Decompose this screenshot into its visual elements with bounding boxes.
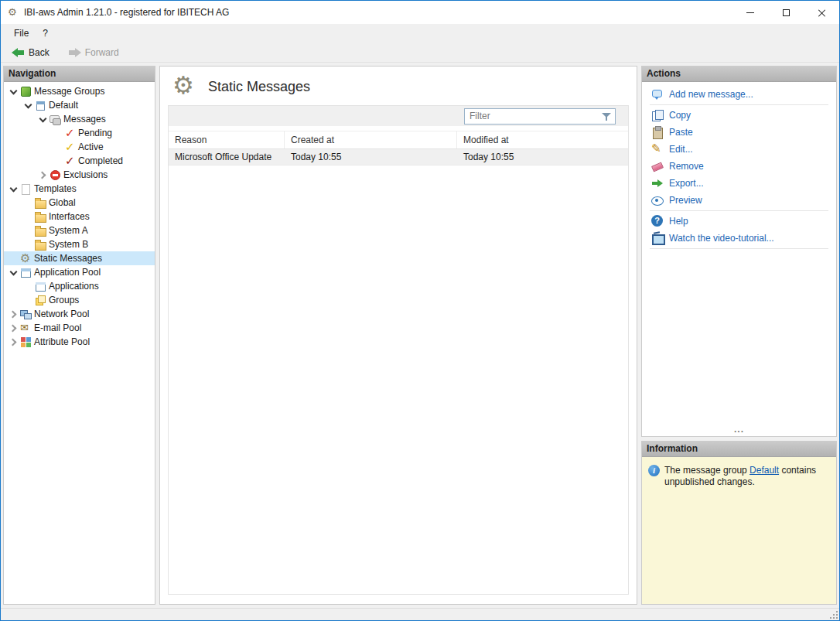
chevron-collapsed-icon[interactable] (7, 308, 19, 320)
chevron-expanded-icon[interactable] (7, 85, 19, 97)
nav-item-groups[interactable]: Groups (4, 293, 155, 307)
nav-item-attribute-pool[interactable]: Attribute Pool (4, 335, 155, 349)
action-help[interactable]: Help (642, 213, 836, 230)
actions-list: Add new message...CopyPasteEdit...Remove… (642, 82, 836, 426)
nav-item-e-mail-pool[interactable]: E-mail Pool (4, 321, 155, 335)
column-header-created-at[interactable]: Created at (285, 131, 457, 148)
chevron-collapsed-icon[interactable] (36, 169, 49, 181)
nav-item-label: Templates (34, 183, 77, 194)
nav-item-applications[interactable]: Applications (4, 279, 155, 293)
action-edit[interactable]: Edit... (642, 141, 836, 158)
nav-item-pending[interactable]: Pending (4, 126, 155, 140)
maximize-button[interactable] (768, 1, 804, 24)
nav-item-static-messages[interactable]: Static Messages (4, 251, 155, 265)
chevron-expanded-icon[interactable] (36, 113, 49, 125)
nav-item-label: Groups (49, 295, 79, 305)
actions-overflow-button[interactable]: ... (642, 426, 836, 436)
nav-item-label: Application Pool (34, 267, 101, 278)
nav-item-system-b[interactable]: System B (4, 237, 155, 251)
minimize-icon (746, 12, 754, 13)
chevron-spacer (7, 252, 19, 264)
menu-file[interactable]: File (7, 26, 36, 41)
message-list-area: ReasonCreated atModified at Microsoft Of… (168, 105, 629, 595)
nav-item-label: Global (49, 197, 76, 208)
check-completed-icon (64, 155, 76, 167)
nav-item-interfaces[interactable]: Interfaces (4, 210, 155, 223)
chevron-expanded-icon[interactable] (22, 99, 34, 111)
table-cell: Today 10:55 (457, 149, 628, 165)
nav-item-label: Network Pool (34, 309, 89, 319)
folder-icon (35, 197, 46, 209)
action-label: Help (669, 216, 688, 227)
back-button[interactable]: Back (9, 46, 53, 60)
forward-button[interactable]: Forward (65, 46, 122, 60)
nav-item-application-pool[interactable]: Application Pool (4, 265, 155, 279)
chevron-spacer (22, 280, 34, 292)
action-label: Export... (669, 178, 704, 189)
app-window: IBI-aws Admin 1.21.0 - registered for IB… (0, 0, 840, 621)
nav-item-global[interactable]: Global (4, 196, 155, 210)
chevron-expanded-icon[interactable] (7, 183, 19, 195)
close-button[interactable] (804, 1, 839, 24)
chevron-spacer (51, 127, 63, 139)
nav-item-active[interactable]: Active (4, 140, 155, 154)
content-panel: Static Messages ReasonCreated atModified… (159, 66, 637, 605)
chevron-expanded-icon[interactable] (7, 266, 19, 278)
forward-arrow-icon (68, 47, 81, 58)
folder-icon (35, 211, 46, 223)
back-arrow-icon (12, 47, 25, 58)
nav-item-templates[interactable]: Templates (4, 182, 155, 196)
nav-item-network-pool[interactable]: Network Pool (4, 307, 155, 321)
app-pool-icon (20, 267, 32, 278)
action-copy[interactable]: Copy (642, 107, 836, 124)
nav-item-completed[interactable]: Completed (4, 154, 155, 168)
nav-item-exclusions[interactable]: Exclusions (4, 168, 155, 182)
nav-item-message-groups[interactable]: Message Groups (4, 84, 155, 98)
information-body: The message group Default contains unpub… (642, 457, 836, 604)
default-group-link[interactable]: Default (750, 465, 779, 476)
menu-help[interactable]: ? (36, 26, 55, 41)
action-preview[interactable]: Preview (642, 192, 836, 209)
resize-grip[interactable] (829, 610, 838, 619)
separator (650, 104, 828, 105)
navigation-panel: Navigation Message GroupsDefaultMessages… (3, 66, 155, 605)
folder-icon (35, 225, 46, 237)
action-watch-the-video-tutorial[interactable]: Watch the video-tutorial... (642, 230, 836, 247)
filter-input[interactable] (465, 109, 615, 124)
action-export[interactable]: Export... (642, 175, 836, 192)
message-groups-icon (20, 86, 32, 97)
nav-item-messages[interactable]: Messages (4, 112, 155, 126)
filter-funnel-icon[interactable] (602, 112, 612, 122)
chevron-spacer (51, 155, 63, 167)
exclusions-icon (50, 169, 61, 181)
filter-strip (169, 106, 628, 126)
table-cell: Today 10:55 (285, 149, 457, 165)
column-header-modified-at[interactable]: Modified at (457, 131, 628, 148)
titlebar: IBI-aws Admin 1.21.0 - registered for IB… (1, 1, 839, 24)
action-add-new-message[interactable]: Add new message... (642, 86, 836, 103)
static-messages-gear-icon (172, 74, 197, 99)
attribute-pool-icon (20, 336, 32, 348)
edit-icon (651, 143, 664, 155)
navigation-header: Navigation (4, 67, 155, 82)
column-header-reason[interactable]: Reason (169, 131, 285, 148)
separator (650, 248, 828, 249)
maximize-icon (783, 9, 790, 16)
nav-item-default[interactable]: Default (4, 98, 155, 112)
action-remove[interactable]: Remove (642, 158, 836, 175)
statusbar (1, 608, 839, 620)
minimize-button[interactable] (732, 1, 768, 24)
toolbar: Back Forward (1, 43, 839, 63)
action-label: Add new message... (669, 89, 753, 100)
action-label: Paste (669, 127, 693, 138)
chevron-spacer (22, 196, 34, 209)
nav-item-system-a[interactable]: System A (4, 223, 155, 237)
nav-item-label: Completed (78, 155, 123, 166)
table-row[interactable]: Microsoft Office UpdateToday 10:55Today … (169, 149, 628, 165)
chevron-collapsed-icon[interactable] (7, 336, 19, 348)
nav-item-label: Static Messages (34, 253, 102, 264)
email-pool-icon (20, 322, 32, 334)
menubar: File ? (1, 24, 839, 43)
action-paste[interactable]: Paste (642, 124, 836, 141)
chevron-collapsed-icon[interactable] (7, 322, 19, 334)
